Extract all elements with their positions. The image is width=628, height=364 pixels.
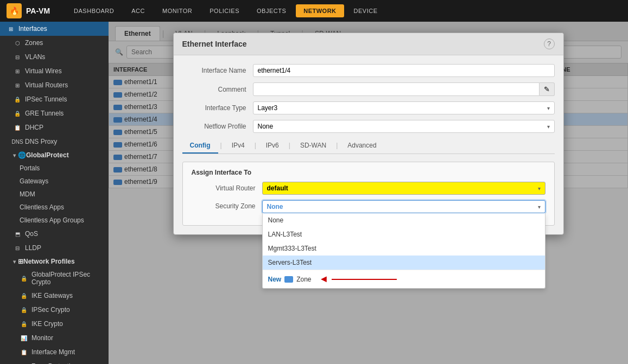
nav-acc[interactable]: ACC [124, 4, 153, 17]
comment-edit-button[interactable]: ✎ [540, 82, 555, 96]
gre-icon: 🔒 [13, 109, 22, 118]
ike-crypto-icon: 🔒 [20, 320, 28, 328]
sidebar-item-gp-ipsec-crypto[interactable]: 🔒 GlobalProtect IPSec Crypto [0, 268, 109, 289]
comment-label: Comment [182, 86, 253, 93]
interface-type-select[interactable]: Layer3 ▾ [253, 101, 555, 114]
sidebar-item-ipsec-tunnels[interactable]: 🔒 IPSec Tunnels [0, 92, 109, 106]
red-arrow-indicator: ◄ [319, 273, 329, 285]
security-zone-dropdown: None LAN-L3Test Mgmt333-L3Test Servers-L… [262, 213, 545, 289]
sidebar-item-gre-tunnels[interactable]: 🔒 GRE Tunnels [0, 106, 109, 120]
sidebar-item-clientless-apps[interactable]: Clientless Apps [0, 201, 109, 214]
modal-tab-advanced[interactable]: Advanced [340, 138, 384, 154]
ifmgmt-icon: 📋 [20, 348, 28, 356]
app-logo: 🔥 PA-VM [7, 3, 50, 18]
netprofile-icon: ⊞ [18, 258, 23, 265]
virtual-router-label: Virtual Router [192, 184, 262, 192]
sidebar-item-zone-protection[interactable]: 🛡 Zone Protection [0, 359, 109, 364]
sidebar-item-vlans[interactable]: ⊟ VLANs [0, 50, 109, 64]
sidebar-item-mdm[interactable]: MDM [0, 188, 109, 201]
sidebar-item-dns-proxy[interactable]: DNS DNS Proxy [0, 135, 109, 149]
interface-name-label: Interface Name [182, 67, 253, 74]
comment-wrapper: ✎ [253, 82, 555, 96]
netprofile-toggle: ▾ [13, 259, 16, 265]
sidebar-item-ike-gateways[interactable]: 🔒 IKE Gateways [0, 289, 109, 303]
red-arrow-line [332, 279, 397, 280]
ike-gw-icon: 🔒 [20, 291, 28, 300]
sidebar-item-qos[interactable]: ⬒ QoS [0, 227, 109, 241]
gp-toggle: ▾ [13, 152, 16, 158]
sidebar-item-virtual-routers[interactable]: ⊞ Virtual Routers [0, 78, 109, 92]
virtual-router-select[interactable]: default ▾ [262, 182, 545, 195]
dropdown-item-servers[interactable]: Servers-L3Test [263, 256, 545, 270]
interface-type-row: Interface Type Layer3 ▾ [182, 101, 555, 114]
sidebar-item-dhcp[interactable]: 📋 DHCP [0, 120, 109, 135]
sidebar-item-gateways[interactable]: Gateways [0, 175, 109, 188]
nav-objects[interactable]: OBJECTS [249, 4, 294, 17]
sidebar-item-monitor[interactable]: 📊 Monitor [0, 331, 109, 345]
sidebar-item-ipsec-crypto[interactable]: 🔒 IPSec Crypto [0, 303, 109, 317]
interface-type-label: Interface Type [182, 104, 253, 112]
sidebar-item-portals[interactable]: Portals [0, 162, 109, 175]
dropdown-item-none[interactable]: None [263, 213, 545, 227]
dhcp-icon: 📋 [13, 123, 22, 132]
qos-icon: ⬒ [13, 229, 22, 238]
vrouter-icon: ⊞ [13, 81, 22, 90]
security-zone-select[interactable]: None ▾ [262, 200, 545, 213]
sidebar-item-network-profiles[interactable]: ▾ ⊞ Network Profiles [0, 255, 109, 268]
top-navigation: 🔥 PA-VM DASHBOARD ACC MONITOR POLICIES O… [0, 0, 628, 22]
netflow-profile-label: Netflow Profile [182, 123, 253, 130]
modal-tab-ipv4[interactable]: IPv4 [224, 138, 252, 154]
security-zone-label: Security Zone [192, 200, 262, 210]
dropdown-item-new-zone[interactable]: New Zone ◄ [263, 270, 545, 288]
sz-arrow: ▾ [538, 204, 541, 210]
vwire-icon: ⊞ [13, 67, 22, 75]
logo-icon: 🔥 [7, 3, 22, 18]
help-button[interactable]: ? [544, 39, 555, 49]
sidebar-item-ike-crypto[interactable]: 🔒 IKE Crypto [0, 317, 109, 331]
sidebar-item-virtual-wires[interactable]: ⊞ Virtual Wires [0, 64, 109, 78]
comment-row: Comment ✎ [182, 82, 555, 96]
modal-overlay: Ethernet Interface ? Interface Name Comm… [109, 22, 628, 364]
modal-tab-ipv6[interactable]: IPv6 [258, 138, 287, 154]
virtual-router-row: Virtual Router default ▾ [192, 182, 545, 195]
dropdown-item-lan[interactable]: LAN-L3Test [263, 227, 545, 241]
content-area: Ethernet | VLAN | Loopback | Tunnel | SD… [109, 22, 628, 364]
modal-title: Ethernet Interface [182, 40, 247, 48]
nav-network[interactable]: NETWORK [296, 4, 344, 17]
interface-name-input[interactable] [253, 64, 555, 77]
sidebar-item-clientless-app-groups[interactable]: Clientless App Groups [0, 214, 109, 227]
ipsec-icon: 🔒 [13, 95, 22, 104]
sidebar-item-interfaces[interactable]: ⊞ Interfaces [0, 22, 109, 36]
gpipsec-icon: 🔒 [20, 274, 28, 283]
sidebar-item-interface-mgmt[interactable]: 📋 Interface Mgmt [0, 345, 109, 359]
sidebar-item-globalprotect[interactable]: ▾ 🌐 GlobalProtect [0, 149, 109, 162]
modal-header: Ethernet Interface ? [174, 33, 563, 55]
interface-type-arrow: ▾ [547, 105, 550, 111]
modal-tab-config[interactable]: Config [182, 138, 218, 154]
nav-monitor[interactable]: MONITOR [155, 4, 200, 17]
zp-icon: 🛡 [20, 362, 28, 364]
dropdown-item-mgmt[interactable]: Mgmt333-L3Test [263, 241, 545, 256]
interface-name-row: Interface Name [182, 64, 555, 77]
assign-section-title: Assign Interface To [192, 169, 545, 176]
modal-tabs: Config | IPv4 | IPv6 | SD-WAN | Advanced [182, 138, 555, 154]
lldp-icon: ⊟ [13, 244, 22, 252]
assign-interface-section: Assign Interface To Virtual Router defau… [182, 162, 555, 226]
sidebar: ⊞ Interfaces ⬡ Zones ⊟ VLANs ⊞ Virtual W… [0, 22, 109, 364]
interfaces-icon: ⊞ [7, 24, 15, 33]
nav-policies[interactable]: POLICIES [202, 4, 247, 17]
netflow-profile-row: Netflow Profile None ▾ [182, 120, 555, 133]
vlans-icon: ⊟ [13, 53, 22, 61]
ipsec-crypto-icon: 🔒 [20, 305, 28, 314]
sidebar-item-zones[interactable]: ⬡ Zones [0, 36, 109, 50]
modal-tab-sdwan[interactable]: SD-WAN [293, 138, 334, 154]
sidebar-item-lldp[interactable]: ⊟ LLDP [0, 241, 109, 255]
nav-dashboard[interactable]: DASHBOARD [66, 4, 122, 17]
app-name: PA-VM [26, 7, 50, 15]
netflow-profile-select[interactable]: None ▾ [253, 120, 555, 133]
modal-body: Interface Name Comment ✎ Interface Type [174, 55, 563, 234]
comment-input[interactable] [253, 82, 540, 96]
nav-device[interactable]: DEVICE [346, 4, 385, 17]
nav-bar: DASHBOARD ACC MONITOR POLICIES OBJECTS N… [66, 4, 385, 17]
security-zone-dropdown-container: None ▾ None LAN-L3Test Mgmt333-L3Test Se… [262, 200, 545, 213]
